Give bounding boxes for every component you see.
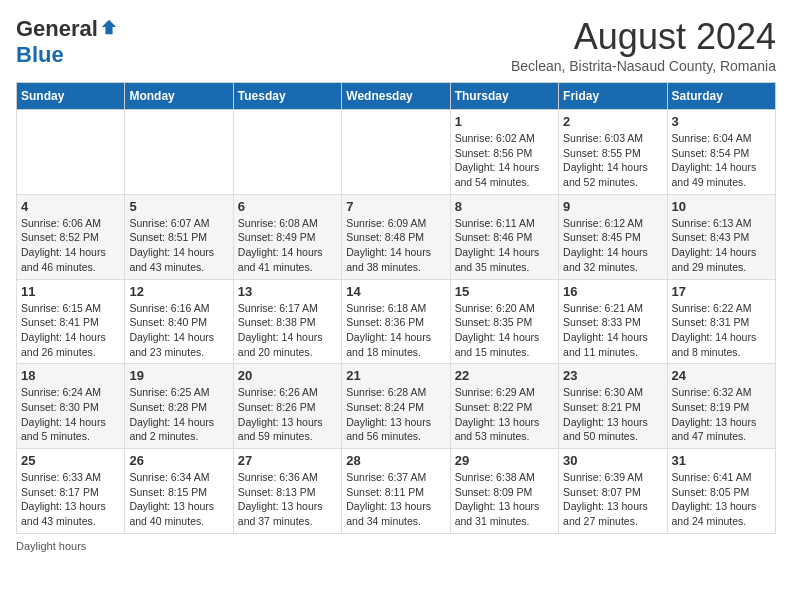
calendar-day-cell xyxy=(125,110,233,195)
logo-icon xyxy=(100,18,118,36)
day-of-week-header: Monday xyxy=(125,83,233,110)
day-info: Sunrise: 6:26 AM Sunset: 8:26 PM Dayligh… xyxy=(238,385,337,444)
day-number: 14 xyxy=(346,284,445,299)
day-number: 23 xyxy=(563,368,662,383)
day-info: Sunrise: 6:30 AM Sunset: 8:21 PM Dayligh… xyxy=(563,385,662,444)
day-of-week-header: Wednesday xyxy=(342,83,450,110)
calendar-day-cell: 19Sunrise: 6:25 AM Sunset: 8:28 PM Dayli… xyxy=(125,364,233,449)
month-year: August 2024 xyxy=(511,16,776,58)
day-number: 9 xyxy=(563,199,662,214)
calendar-day-cell: 24Sunrise: 6:32 AM Sunset: 8:19 PM Dayli… xyxy=(667,364,775,449)
day-info: Sunrise: 6:18 AM Sunset: 8:36 PM Dayligh… xyxy=(346,301,445,360)
calendar-week-row: 25Sunrise: 6:33 AM Sunset: 8:17 PM Dayli… xyxy=(17,449,776,534)
day-number: 30 xyxy=(563,453,662,468)
title-area: August 2024 Beclean, Bistrita-Nasaud Cou… xyxy=(511,16,776,74)
calendar-day-cell: 14Sunrise: 6:18 AM Sunset: 8:36 PM Dayli… xyxy=(342,279,450,364)
day-info: Sunrise: 6:37 AM Sunset: 8:11 PM Dayligh… xyxy=(346,470,445,529)
day-info: Sunrise: 6:03 AM Sunset: 8:55 PM Dayligh… xyxy=(563,131,662,190)
calendar-week-row: 1Sunrise: 6:02 AM Sunset: 8:56 PM Daylig… xyxy=(17,110,776,195)
day-number: 10 xyxy=(672,199,771,214)
calendar-day-cell: 13Sunrise: 6:17 AM Sunset: 8:38 PM Dayli… xyxy=(233,279,341,364)
day-info: Sunrise: 6:13 AM Sunset: 8:43 PM Dayligh… xyxy=(672,216,771,275)
day-info: Sunrise: 6:06 AM Sunset: 8:52 PM Dayligh… xyxy=(21,216,120,275)
day-info: Sunrise: 6:24 AM Sunset: 8:30 PM Dayligh… xyxy=(21,385,120,444)
footer-note: Daylight hours xyxy=(16,540,776,552)
header: General Blue August 2024 Beclean, Bistri… xyxy=(16,16,776,74)
calendar-day-cell xyxy=(342,110,450,195)
day-header-row: SundayMondayTuesdayWednesdayThursdayFrid… xyxy=(17,83,776,110)
calendar-day-cell: 10Sunrise: 6:13 AM Sunset: 8:43 PM Dayli… xyxy=(667,194,775,279)
calendar-day-cell: 23Sunrise: 6:30 AM Sunset: 8:21 PM Dayli… xyxy=(559,364,667,449)
calendar-day-cell: 1Sunrise: 6:02 AM Sunset: 8:56 PM Daylig… xyxy=(450,110,558,195)
calendar-day-cell: 6Sunrise: 6:08 AM Sunset: 8:49 PM Daylig… xyxy=(233,194,341,279)
day-number: 4 xyxy=(21,199,120,214)
day-of-week-header: Sunday xyxy=(17,83,125,110)
calendar-day-cell: 3Sunrise: 6:04 AM Sunset: 8:54 PM Daylig… xyxy=(667,110,775,195)
day-info: Sunrise: 6:28 AM Sunset: 8:24 PM Dayligh… xyxy=(346,385,445,444)
calendar-day-cell: 11Sunrise: 6:15 AM Sunset: 8:41 PM Dayli… xyxy=(17,279,125,364)
day-number: 29 xyxy=(455,453,554,468)
day-info: Sunrise: 6:38 AM Sunset: 8:09 PM Dayligh… xyxy=(455,470,554,529)
day-number: 15 xyxy=(455,284,554,299)
day-number: 6 xyxy=(238,199,337,214)
calendar-day-cell: 25Sunrise: 6:33 AM Sunset: 8:17 PM Dayli… xyxy=(17,449,125,534)
day-number: 27 xyxy=(238,453,337,468)
day-of-week-header: Saturday xyxy=(667,83,775,110)
calendar-day-cell: 22Sunrise: 6:29 AM Sunset: 8:22 PM Dayli… xyxy=(450,364,558,449)
calendar-day-cell: 17Sunrise: 6:22 AM Sunset: 8:31 PM Dayli… xyxy=(667,279,775,364)
day-info: Sunrise: 6:12 AM Sunset: 8:45 PM Dayligh… xyxy=(563,216,662,275)
day-number: 20 xyxy=(238,368,337,383)
calendar-day-cell: 8Sunrise: 6:11 AM Sunset: 8:46 PM Daylig… xyxy=(450,194,558,279)
day-number: 13 xyxy=(238,284,337,299)
day-info: Sunrise: 6:07 AM Sunset: 8:51 PM Dayligh… xyxy=(129,216,228,275)
day-number: 11 xyxy=(21,284,120,299)
day-info: Sunrise: 6:32 AM Sunset: 8:19 PM Dayligh… xyxy=(672,385,771,444)
calendar-day-cell: 27Sunrise: 6:36 AM Sunset: 8:13 PM Dayli… xyxy=(233,449,341,534)
day-info: Sunrise: 6:04 AM Sunset: 8:54 PM Dayligh… xyxy=(672,131,771,190)
day-of-week-header: Friday xyxy=(559,83,667,110)
calendar-day-cell: 18Sunrise: 6:24 AM Sunset: 8:30 PM Dayli… xyxy=(17,364,125,449)
calendar-day-cell: 28Sunrise: 6:37 AM Sunset: 8:11 PM Dayli… xyxy=(342,449,450,534)
day-info: Sunrise: 6:29 AM Sunset: 8:22 PM Dayligh… xyxy=(455,385,554,444)
calendar-day-cell: 15Sunrise: 6:20 AM Sunset: 8:35 PM Dayli… xyxy=(450,279,558,364)
day-number: 2 xyxy=(563,114,662,129)
calendar-day-cell: 9Sunrise: 6:12 AM Sunset: 8:45 PM Daylig… xyxy=(559,194,667,279)
day-info: Sunrise: 6:09 AM Sunset: 8:48 PM Dayligh… xyxy=(346,216,445,275)
calendar-week-row: 11Sunrise: 6:15 AM Sunset: 8:41 PM Dayli… xyxy=(17,279,776,364)
day-number: 3 xyxy=(672,114,771,129)
calendar-day-cell: 7Sunrise: 6:09 AM Sunset: 8:48 PM Daylig… xyxy=(342,194,450,279)
day-number: 22 xyxy=(455,368,554,383)
day-number: 16 xyxy=(563,284,662,299)
day-number: 21 xyxy=(346,368,445,383)
calendar-day-cell xyxy=(17,110,125,195)
calendar-day-cell: 21Sunrise: 6:28 AM Sunset: 8:24 PM Dayli… xyxy=(342,364,450,449)
logo-general-text: General xyxy=(16,16,98,42)
calendar-day-cell: 2Sunrise: 6:03 AM Sunset: 8:55 PM Daylig… xyxy=(559,110,667,195)
calendar-day-cell: 30Sunrise: 6:39 AM Sunset: 8:07 PM Dayli… xyxy=(559,449,667,534)
calendar-day-cell: 16Sunrise: 6:21 AM Sunset: 8:33 PM Dayli… xyxy=(559,279,667,364)
day-info: Sunrise: 6:41 AM Sunset: 8:05 PM Dayligh… xyxy=(672,470,771,529)
calendar-day-cell: 29Sunrise: 6:38 AM Sunset: 8:09 PM Dayli… xyxy=(450,449,558,534)
calendar-day-cell: 12Sunrise: 6:16 AM Sunset: 8:40 PM Dayli… xyxy=(125,279,233,364)
calendar-day-cell: 20Sunrise: 6:26 AM Sunset: 8:26 PM Dayli… xyxy=(233,364,341,449)
calendar: SundayMondayTuesdayWednesdayThursdayFrid… xyxy=(16,82,776,534)
subtitle: Beclean, Bistrita-Nasaud County, Romania xyxy=(511,58,776,74)
day-info: Sunrise: 6:16 AM Sunset: 8:40 PM Dayligh… xyxy=(129,301,228,360)
day-info: Sunrise: 6:34 AM Sunset: 8:15 PM Dayligh… xyxy=(129,470,228,529)
day-info: Sunrise: 6:36 AM Sunset: 8:13 PM Dayligh… xyxy=(238,470,337,529)
day-of-week-header: Thursday xyxy=(450,83,558,110)
calendar-day-cell xyxy=(233,110,341,195)
day-info: Sunrise: 6:20 AM Sunset: 8:35 PM Dayligh… xyxy=(455,301,554,360)
day-info: Sunrise: 6:39 AM Sunset: 8:07 PM Dayligh… xyxy=(563,470,662,529)
logo-blue-text: Blue xyxy=(16,42,64,68)
day-info: Sunrise: 6:02 AM Sunset: 8:56 PM Dayligh… xyxy=(455,131,554,190)
day-number: 19 xyxy=(129,368,228,383)
day-number: 12 xyxy=(129,284,228,299)
svg-marker-0 xyxy=(102,20,116,34)
day-info: Sunrise: 6:17 AM Sunset: 8:38 PM Dayligh… xyxy=(238,301,337,360)
calendar-day-cell: 26Sunrise: 6:34 AM Sunset: 8:15 PM Dayli… xyxy=(125,449,233,534)
day-info: Sunrise: 6:22 AM Sunset: 8:31 PM Dayligh… xyxy=(672,301,771,360)
day-number: 25 xyxy=(21,453,120,468)
day-number: 8 xyxy=(455,199,554,214)
day-number: 7 xyxy=(346,199,445,214)
